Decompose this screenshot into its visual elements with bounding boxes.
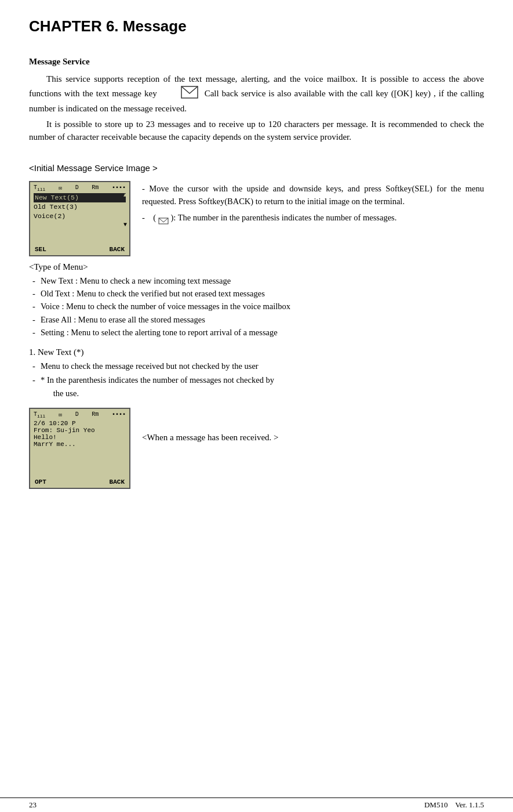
opt-key: OPT xyxy=(35,478,46,485)
intro-para1: This service supports reception of the t… xyxy=(29,72,484,115)
section-title: Message Service xyxy=(29,57,484,67)
message-icon: ✉ xyxy=(59,184,62,192)
caption-line-2: - ( ): The number in the parenthesis ind… xyxy=(142,211,484,224)
menu-type-item-3: Voice : Menu to check the number of voic… xyxy=(29,300,484,313)
menu-voice: Voice(2) xyxy=(34,212,126,221)
caption-line-1: - Move the cursor with the upside and do… xyxy=(142,182,484,208)
received-caption-text: <When a message has been received. > xyxy=(142,431,279,444)
initial-image-label: <Initial Message Service Image > xyxy=(29,163,484,173)
rm-icon-2: Rm xyxy=(92,411,99,419)
battery-icon-2: ▪▪▪▪ xyxy=(112,411,126,419)
new-text-section: 1. New Text (*) Menu to check the messag… xyxy=(29,347,484,400)
parenthesis-icon xyxy=(158,215,169,222)
d-icon-2: D xyxy=(75,411,79,419)
date-time-line: 2/6 10:20 P xyxy=(34,420,126,427)
new-text-list: Menu to check the message received but n… xyxy=(29,360,484,400)
rm-icon: Rm xyxy=(92,184,99,192)
received-message-row: Till ✉ D Rm ▪▪▪▪ 2/6 10:20 P From: Su-ji… xyxy=(29,408,484,489)
from-line: From: Su-jin Yeo xyxy=(34,427,126,434)
menu-type-item-2: Old Text : Menu to check the verified bu… xyxy=(29,287,484,300)
image-caption-1: - Move the cursor with the upside and do… xyxy=(142,181,484,224)
message-icon-2: ✉ xyxy=(59,411,62,419)
message-service-section: Message Service This service supports re… xyxy=(29,57,484,144)
signal-icon: Till xyxy=(34,184,45,192)
back-key: BACK xyxy=(110,246,125,253)
sel-key: SEL xyxy=(35,246,46,253)
marry-line: MarrY me... xyxy=(34,441,126,448)
scroll-up-icon: ▲ xyxy=(123,191,127,200)
menu-old-text: Old Text(3) xyxy=(34,202,126,212)
type-of-menu-title: <Type of Menu> xyxy=(29,262,484,272)
footer-page-number: 23 xyxy=(29,800,37,810)
mail-icon xyxy=(163,86,198,103)
softkeys-1: SEL BACK xyxy=(30,246,129,253)
signal-icon-2: Till xyxy=(34,411,45,419)
phone-screen-1: Till ✉ D Rm ▪▪▪▪ New Text(5) ▲ Old Text(… xyxy=(29,181,130,256)
hello-line: Hello! xyxy=(34,434,126,441)
scroll-down-icon: ▼ xyxy=(123,222,127,228)
received-caption: <When a message has been received. > xyxy=(142,408,279,444)
softkeys-2: OPT BACK xyxy=(30,478,129,485)
new-text-item-1: Menu to check the message received but n… xyxy=(29,360,484,372)
menu-new-text: New Text(5) ▲ xyxy=(34,193,126,202)
status-bar-2: Till ✉ D Rm ▪▪▪▪ xyxy=(34,411,126,419)
chapter-title: CHAPTER 6. Message xyxy=(29,17,484,35)
new-text-item-2: * In the parenthesis indicates the numbe… xyxy=(29,372,484,400)
new-text-title: 1. New Text (*) xyxy=(29,347,484,357)
footer-model-version: DM510 Ver. 1.1.5 xyxy=(424,800,484,810)
footer: 23 DM510 Ver. 1.1.5 xyxy=(0,798,513,812)
menu-type-list: New Text : Menu to check a new incoming … xyxy=(29,274,484,339)
menu-type-item-5: Setting : Menu to select the alerting to… xyxy=(29,326,484,339)
phone-screen-2: Till ✉ D Rm ▪▪▪▪ 2/6 10:20 P From: Su-ji… xyxy=(29,408,130,489)
menu-type-item-4: Erase All : Menu to erase all the stored… xyxy=(29,313,484,326)
status-bar-1: Till ✉ D Rm ▪▪▪▪ xyxy=(34,184,126,192)
d-icon: D xyxy=(75,184,79,192)
initial-image-row: Till ✉ D Rm ▪▪▪▪ New Text(5) ▲ Old Text(… xyxy=(29,181,484,256)
type-of-menu-section: <Type of Menu> New Text : Menu to check … xyxy=(29,262,484,339)
intro-para2: It is possible to store up to 23 message… xyxy=(29,118,484,144)
back-key-2: BACK xyxy=(110,478,125,485)
menu-type-item-1: New Text : Menu to check a new incoming … xyxy=(29,274,484,287)
